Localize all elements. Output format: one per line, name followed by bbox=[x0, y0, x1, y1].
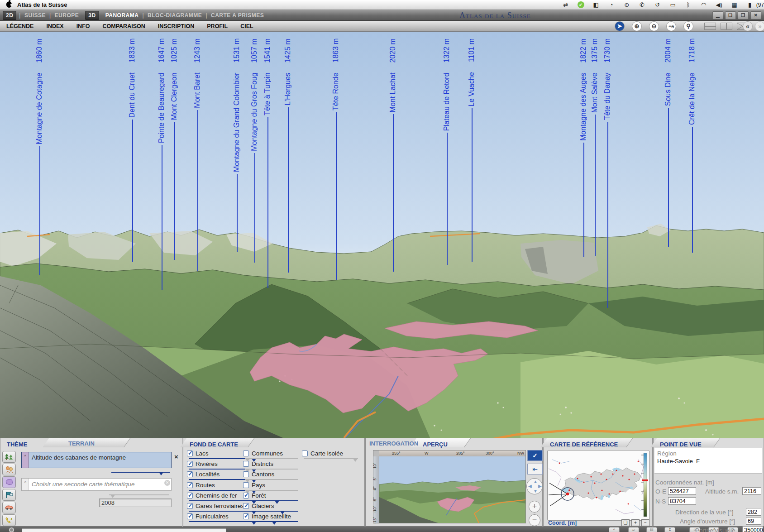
switzerland-overview-map[interactable] bbox=[547, 450, 649, 521]
tab-theme[interactable]: THÈME bbox=[3, 440, 28, 448]
layer-image-satellite[interactable]: Image satellite bbox=[243, 513, 291, 520]
menu-profil[interactable]: PROFIL bbox=[201, 23, 234, 29]
displays-icon[interactable]: ◧ bbox=[592, 1, 600, 8]
checkbox-checked[interactable] bbox=[243, 513, 249, 519]
layer-localit-s[interactable]: Localités bbox=[187, 471, 220, 478]
layer-communes[interactable]: Communes bbox=[243, 450, 283, 457]
history-back-button[interactable]: « bbox=[743, 21, 753, 31]
checkbox-checked[interactable] bbox=[187, 513, 193, 519]
nav-3d[interactable]: 3D bbox=[85, 11, 99, 20]
layer-opacity-slider[interactable] bbox=[304, 458, 358, 459]
volume-icon[interactable]: ◀) bbox=[716, 1, 723, 8]
wifi-icon[interactable]: ◠ bbox=[700, 1, 707, 8]
category-nature-icon[interactable] bbox=[2, 451, 16, 463]
pan-tool-icon[interactable]: ↝ bbox=[666, 21, 676, 31]
primary-theme-opacity-slider[interactable] bbox=[111, 472, 170, 473]
layer-lacs[interactable]: Lacs bbox=[187, 450, 209, 457]
battery-icon[interactable]: ▮ bbox=[746, 1, 754, 8]
update-check-icon[interactable]: ✔ bbox=[578, 1, 584, 8]
checkbox-checked[interactable] bbox=[187, 503, 193, 509]
slider-handle[interactable] bbox=[275, 501, 279, 504]
angle-input[interactable]: 69 bbox=[746, 517, 761, 525]
view-split-vertical-icon[interactable] bbox=[721, 23, 732, 30]
layer-opacity-slider[interactable] bbox=[245, 500, 298, 501]
menu-comparaison[interactable]: COMPARAISON bbox=[96, 23, 152, 29]
map-zoom-in-button[interactable]: + bbox=[631, 519, 640, 526]
checkbox-unchecked[interactable] bbox=[243, 482, 249, 488]
upload-button[interactable]: ↥ bbox=[664, 527, 675, 532]
portee-input[interactable]: 350000 bbox=[742, 526, 763, 532]
layer-opacity-slider[interactable] bbox=[245, 521, 298, 522]
layer-opacity-slider[interactable] bbox=[245, 458, 298, 459]
layer-opacity-slider[interactable] bbox=[245, 469, 298, 470]
accessibility-icon[interactable]: ⊙ bbox=[623, 1, 630, 8]
layer-opacity-slider[interactable] bbox=[245, 479, 298, 480]
checkbox-unchecked[interactable] bbox=[243, 471, 249, 477]
category-science-icon[interactable] bbox=[2, 476, 16, 488]
slider-handle[interactable] bbox=[272, 522, 277, 525]
layer-glaciers[interactable]: Glaciers bbox=[243, 503, 274, 509]
map-fit-button[interactable]: ❏ bbox=[621, 519, 630, 526]
tab-interrogation[interactable]: INTERROGATION bbox=[369, 440, 418, 447]
checkbox-checked[interactable] bbox=[187, 461, 193, 467]
checkbox-checked[interactable] bbox=[187, 451, 193, 456]
slider-handle[interactable] bbox=[353, 459, 358, 462]
checkbox-checked[interactable] bbox=[243, 503, 249, 509]
checkbox-checked[interactable] bbox=[187, 471, 193, 477]
slider-handle-gray[interactable] bbox=[110, 495, 115, 498]
nav-bloc-diagramme[interactable]: BLOC-DIAGRAMME bbox=[144, 12, 205, 19]
map-zoom-out-button[interactable]: − bbox=[641, 519, 649, 526]
pointer-tool-icon[interactable]: ➤ bbox=[615, 21, 625, 31]
collapse-button[interactable]: ^ bbox=[609, 527, 620, 532]
layer-districts[interactable]: Districts bbox=[243, 460, 273, 467]
checkbox-checked[interactable] bbox=[243, 493, 249, 498]
pan-left-icon[interactable]: ◀ bbox=[528, 484, 532, 489]
preview-zoom-in-button[interactable]: + bbox=[529, 501, 540, 513]
checkbox-unchecked[interactable] bbox=[243, 451, 249, 456]
panorama-3d-view[interactable]: Montagne de Cotagne1860 mDent du Cruet18… bbox=[0, 32, 764, 438]
category-transport-icon[interactable] bbox=[2, 502, 16, 513]
minimize-button[interactable]: ▁ bbox=[712, 11, 723, 19]
menu-l-gende[interactable]: LÉGENDE bbox=[0, 23, 40, 29]
layer-routes[interactable]: Routes bbox=[187, 482, 215, 489]
theme-year-field[interactable]: 2008 bbox=[99, 498, 172, 507]
layer-gares-ferroviaires[interactable]: Gares ferroviaires bbox=[187, 503, 244, 509]
pan-down-icon[interactable]: ▼ bbox=[533, 489, 538, 494]
nav-2d[interactable]: 2D bbox=[3, 11, 16, 20]
remove-theme-button[interactable]: × bbox=[174, 453, 178, 460]
reset-view-button[interactable]: ⇤ bbox=[527, 464, 543, 474]
layer-for-t[interactable]: Forêt bbox=[243, 492, 266, 499]
tab-terrain[interactable]: TERRAIN bbox=[68, 440, 95, 447]
zoom-out-tool-icon[interactable]: ⊖ bbox=[649, 21, 659, 31]
restore-button[interactable]: ❑ bbox=[725, 11, 736, 19]
nav-carte-a-prismes[interactable]: CARTE A PRISMES bbox=[207, 12, 267, 19]
category-politics-icon[interactable] bbox=[2, 489, 16, 501]
nav-panorama[interactable]: PANORAMA bbox=[102, 12, 143, 19]
checkbox-unchecked[interactable] bbox=[302, 451, 308, 456]
view-split-horizontal-icon[interactable] bbox=[704, 23, 716, 30]
folder-button[interactable]: ▱ bbox=[628, 527, 639, 532]
phone-icon[interactable]: ✆ bbox=[639, 1, 646, 8]
close-button[interactable]: ✕ bbox=[750, 11, 761, 19]
checkbox-checked[interactable] bbox=[187, 482, 193, 488]
pan-dpad[interactable]: ▲ ▼ ◀ ▶ bbox=[526, 478, 543, 494]
nav-europe[interactable]: EUROPE bbox=[51, 12, 83, 19]
menu-inscription[interactable]: INSCRIPTION bbox=[152, 23, 201, 29]
pan-up-icon[interactable]: ▲ bbox=[533, 479, 538, 484]
ns-input[interactable]: 83704 bbox=[668, 497, 696, 505]
time-machine-icon[interactable]: ↺ bbox=[654, 1, 661, 8]
secondary-theme-select[interactable]: ^ Choisir une seconde carte thématique bbox=[21, 478, 172, 491]
primary-theme-select[interactable]: ^ Altitude des cabanes de montagne bbox=[21, 452, 172, 468]
sync-icon[interactable]: ⇄ bbox=[562, 1, 569, 8]
layer-opacity-slider[interactable] bbox=[245, 490, 298, 491]
slider-handle[interactable] bbox=[159, 472, 163, 475]
checkbox-unchecked[interactable] bbox=[243, 461, 249, 467]
layer-cantons[interactable]: Cantons bbox=[243, 471, 274, 478]
preview-zoom-out-button[interactable]: − bbox=[529, 514, 540, 526]
zoom-in-tool-icon[interactable]: ⊕ bbox=[632, 21, 642, 31]
apple-menu-icon[interactable] bbox=[6, 2, 12, 8]
layer-opacity-slider[interactable] bbox=[245, 511, 298, 512]
monitor-icon[interactable]: ▭ bbox=[669, 1, 677, 8]
menu-info[interactable]: INFO bbox=[70, 23, 96, 29]
bluetooth-icon[interactable]: ᛒ bbox=[685, 1, 692, 8]
